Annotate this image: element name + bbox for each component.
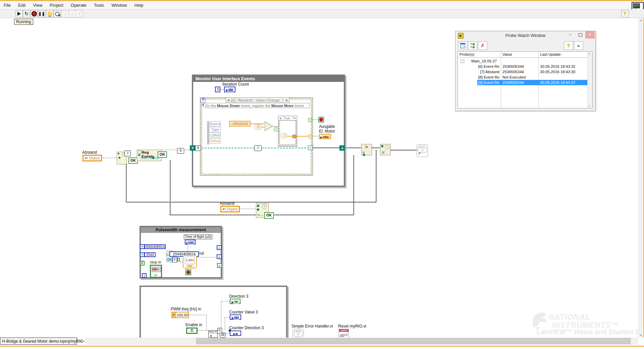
horizontal-scrollbar[interactable] — [85, 338, 638, 345]
probe-3060408914[interactable]: 3060408914 — [144, 244, 166, 249]
shift-register[interactable]: ▼ — [140, 252, 145, 257]
probe-8[interactable]: 8 — [254, 145, 262, 151]
motor-subvi[interactable]: Motor R — [208, 330, 218, 338]
pwm-freq-control[interactable]: D 100,00 — [171, 312, 189, 318]
menu-help[interactable]: Help — [130, 3, 147, 8]
case-selector-terminal[interactable]: ? — [274, 126, 278, 131]
enable-in-control[interactable]: ◂T▸ — [186, 328, 198, 334]
step-into-button[interactable]: ↓ — [61, 10, 69, 17]
case-dropdown-icon[interactable]: ▼▶ — [292, 117, 296, 119]
prev-case-icon[interactable]: ◀ — [227, 98, 229, 102]
run-continuously-button[interactable]: ↻ — [23, 10, 30, 17]
menu-edit[interactable]: Edit — [14, 3, 29, 8]
teal-dot — [257, 208, 259, 211]
scroll-up-icon[interactable]: ∧ — [588, 52, 590, 55]
prev-case-icon[interactable]: ◀ — [279, 117, 281, 120]
tree-root-row[interactable]: − Main_16.05.27 — [458, 58, 592, 64]
shift-register-right[interactable]: ▲ — [217, 245, 222, 250]
abstand-digital-control-2[interactable]: ↩ Digital — [220, 206, 240, 212]
highlight-execution-button[interactable] — [46, 10, 53, 17]
add-probe-button[interactable]: +▣+▣ — [468, 41, 477, 50]
abstand-digital-control[interactable]: ↩ Digital — [83, 155, 102, 161]
probe-row[interactable]: [8] Event Re Not Executed — [458, 74, 592, 80]
menu-tools[interactable]: Tools — [90, 3, 108, 8]
collapse-chevron-icon[interactable]: < — [79, 339, 82, 343]
error-cloud-icon[interactable]: Error?! — [417, 144, 428, 157]
step-over-button[interactable]: → — [68, 10, 76, 17]
scroll-up-icon[interactable]: ▲ — [640, 19, 642, 22]
shift-register-bool[interactable]: F — [140, 261, 145, 265]
col-probes[interactable]: Probe(s) — [460, 52, 474, 57]
direction3-indicator[interactable]: ▶TF — [230, 299, 240, 304]
destroy-user-event-node[interactable]: ? × — [380, 144, 391, 155]
delete-probe-button[interactable]: ✗ — [478, 41, 487, 50]
express-vi[interactable]: ▷ 1.23 DBL — [183, 255, 197, 268]
probe-row[interactable]: [7] Abstand 2536505344 30.05.2016 18:43:… — [458, 69, 592, 74]
run-button[interactable] — [15, 10, 23, 17]
dbl-indicator[interactable]: ▶DBL — [319, 134, 331, 139]
counter-value3-indicator[interactable]: ▶I32 — [230, 314, 241, 320]
probe-ok[interactable]: OK — [264, 212, 274, 219]
stop-in-control[interactable]: STF▸ TF — [150, 265, 162, 278]
collapse-button[interactable]: « — [574, 41, 583, 50]
constant-20[interactable]: 20 — [255, 124, 262, 130]
shift-register-right[interactable]: ▲ — [339, 145, 345, 151]
probe-2044[interactable]: 2044 — [144, 252, 156, 257]
shift-register-right[interactable]: ▲ — [217, 263, 222, 268]
shift-register[interactable]: ▼ — [140, 244, 145, 249]
menu-file[interactable]: File — [0, 3, 14, 8]
event-data-node[interactable]: Source Type CtlRef OldVal — [207, 121, 221, 145]
probe-help-button[interactable]: ? — [564, 41, 573, 50]
probe-ok[interactable]: OK — [158, 151, 167, 158]
vertical-scrollbar[interactable]: ▲ ▼ — [638, 18, 643, 338]
close-button[interactable]: × — [585, 31, 595, 39]
context-help-button[interactable]: ? — [621, 10, 629, 17]
next-case-icon[interactable]: ▶ — [286, 98, 288, 102]
menu-operate[interactable]: Operate — [67, 3, 90, 8]
reset-myrio-icon[interactable]: myRIO ↺ — [339, 329, 349, 338]
case-dropdown-icon[interactable]: ▼ — [281, 98, 284, 101]
event-structure-header[interactable]: ◀ [0] "Abstand": Value Change ▼ ▶ — [226, 97, 289, 102]
i32-indicator[interactable]: ▶I32 — [224, 87, 235, 92]
probe-6[interactable]: 6 — [177, 148, 184, 154]
abstand-property-node[interactable]: ⌂Abstand▸ — [229, 121, 251, 127]
constant-neg3[interactable]: -3 — [281, 133, 287, 138]
scroll-down-icon[interactable]: ∨ — [588, 104, 590, 107]
loop-stop-terminal[interactable] — [185, 269, 191, 275]
new-probe-watch-button[interactable]: * — [458, 41, 467, 50]
scroll-down-icon[interactable]: ▼ — [640, 334, 642, 337]
probe-row[interactable]: [6] Event Re 2536505344 30.05.2016 18:43… — [458, 64, 592, 69]
probe-9[interactable]: 9 — [195, 145, 201, 151]
abort-button[interactable] — [31, 10, 38, 17]
breadcrumb[interactable]: H-Bridge & Geared Motor demo.lvproj/myRI… — [0, 338, 77, 345]
case-structure-header[interactable]: ◀ True ▼▶ — [278, 116, 297, 120]
probe-7[interactable]: 7 — [124, 150, 131, 156]
menu-window[interactable]: Window — [108, 3, 130, 8]
probe-f[interactable]: F — [172, 257, 177, 262]
col-last-update[interactable]: Last Update — [540, 52, 561, 57]
iteration-terminal[interactable]: 0 — [215, 87, 220, 92]
retain-wire-values-button[interactable] — [53, 10, 61, 17]
shift-register-left[interactable]: ▼ — [190, 145, 196, 151]
probe-ok[interactable]: OK — [128, 157, 138, 164]
probe-row-selected[interactable]: [9] Event Re 2536505344 30.05.2016 18:43… — [477, 80, 588, 85]
counter-direction3-indicator[interactable]: ▶ — [230, 331, 241, 336]
col-value[interactable]: Value — [502, 52, 512, 57]
minimize-button[interactable]: – — [565, 31, 575, 39]
pause-button[interactable]: ❚❚ — [38, 10, 45, 17]
unregister-for-events-node[interactable]: ⚑ × — [361, 144, 372, 155]
probe-table-scrollbar[interactable]: ∧ ∨ — [587, 52, 592, 108]
u32-indicator[interactable]: ▶U32 — [185, 240, 196, 245]
step-out-button[interactable]: ↑ — [75, 10, 83, 17]
less-than-node[interactable] — [264, 121, 274, 131]
maximize-button[interactable] — [575, 31, 585, 39]
horizontal-scrollbar-thumb[interactable] — [196, 338, 631, 344]
abstand-label: Abstand — [82, 150, 97, 155]
subvi-label: H- — [167, 254, 169, 256]
collapse-tree-icon[interactable]: − — [461, 59, 464, 63]
menu-project[interactable]: Project — [46, 3, 67, 8]
menu-view[interactable]: View — [29, 3, 46, 8]
shift-register-right[interactable]: ▲ — [217, 254, 222, 259]
event-timeout-terminal[interactable] — [201, 98, 206, 103]
loop-stop-terminal[interactable] — [318, 117, 324, 122]
